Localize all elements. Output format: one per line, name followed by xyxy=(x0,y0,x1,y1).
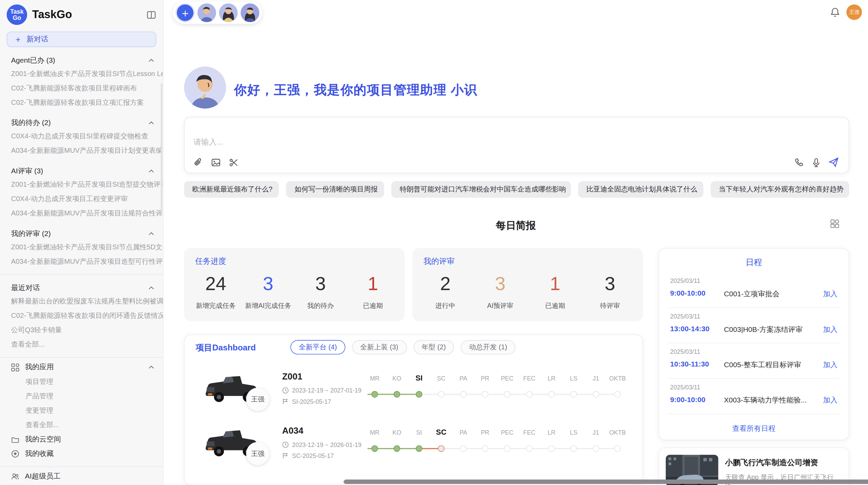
folder-icon xyxy=(11,435,19,443)
section-my-todo[interactable]: 我的待办 (2) xyxy=(11,117,163,129)
list-item[interactable]: C02-飞腾新能源轻客改款项目立项汇报方案 xyxy=(11,95,163,110)
list-item[interactable]: C02-飞腾新能源轻客改款项目里程碑画布 xyxy=(11,81,163,95)
flag-date: SC-2025-05-17 xyxy=(292,452,334,459)
list-item[interactable]: Z001-全新燃油轻卡产品开发项目SI节点属性5D文件评审 xyxy=(11,240,163,254)
add-agent-button[interactable]: ＋ xyxy=(176,3,195,22)
sidebar-item-favorites[interactable]: 我的收藏 xyxy=(11,446,163,461)
collapse-sidebar-icon[interactable] xyxy=(146,10,156,20)
agent-avatar-2[interactable] xyxy=(219,3,238,22)
agent-avatar-1[interactable] xyxy=(197,3,216,22)
suggestion-chip[interactable]: 欧洲新规最近颁布了什么? xyxy=(184,181,279,198)
horizontal-scrollbar[interactable] xyxy=(343,480,868,484)
project-flag: SI-2025-05-17 xyxy=(282,398,331,405)
join-link[interactable]: 加入 xyxy=(823,360,837,370)
sidebar-item-ai-super-staff[interactable]: AI超级员工 xyxy=(11,469,163,484)
list-item[interactable]: C0X4-动力总成开发项目工程变更评审 xyxy=(11,191,163,206)
scissors-icon[interactable] xyxy=(229,158,238,167)
list-item[interactable]: C0X4-动力总成开发项目SI里程碑提交物检查 xyxy=(11,129,163,144)
tab-new-body[interactable]: 全新上装 (3) xyxy=(352,340,407,355)
chat-input[interactable] xyxy=(193,137,692,154)
milestone-label: KO xyxy=(385,429,409,436)
sidebar-item-help-me-write[interactable]: 帮我写作 xyxy=(11,484,163,485)
suggestion-chips: 欧洲新规最近颁布了什么? 如何写一份清晰的项目周报 特朗普可能对进口汽车增税会对… xyxy=(184,181,849,198)
divider xyxy=(668,307,840,308)
view-all-link[interactable]: 查看全部... xyxy=(11,418,163,432)
join-link[interactable]: 加入 xyxy=(823,325,837,335)
project-row[interactable]: 王强 A034 2023-12-19 ~ 2026-01-19 SC-2025-… xyxy=(184,415,643,469)
stat-label: 进行中 xyxy=(418,301,473,311)
project-dates: 2023-12-19 ~ 2026-01-19 xyxy=(282,442,361,448)
attachment-icon[interactable] xyxy=(193,158,203,167)
chevron-up-icon[interactable] xyxy=(148,365,154,369)
milestone-label: PA xyxy=(451,429,475,436)
join-link[interactable]: 加入 xyxy=(823,395,837,405)
list-item[interactable]: A034-全新新能源MUV产品开发项目法规符合性评审 xyxy=(11,206,163,220)
chevron-up-icon[interactable] xyxy=(148,121,154,125)
stat-value: 1 xyxy=(347,269,399,298)
new-chat-button[interactable]: ＋ 新对话 xyxy=(7,32,156,47)
milestone-label: PEC xyxy=(495,375,519,382)
chevron-up-icon[interactable] xyxy=(148,59,154,62)
join-link[interactable]: 加入 xyxy=(823,289,837,299)
tab-powertrain-dev[interactable]: 动总开发 (1) xyxy=(461,340,516,355)
notification-bell-icon[interactable] xyxy=(830,7,840,17)
tab-model-year[interactable]: 年型 (2) xyxy=(413,340,454,355)
project-owner-badge: 王强 xyxy=(246,388,269,411)
project-code: A034 xyxy=(282,426,303,436)
stat: 3待评审 xyxy=(582,269,637,321)
chevron-up-icon[interactable] xyxy=(148,232,154,235)
stat-value: 1 xyxy=(528,269,582,298)
stat-label: 新增完成任务 xyxy=(190,301,242,311)
milestone-dot-done xyxy=(416,445,422,452)
logo-text-bottom: Go xyxy=(13,15,21,21)
list-item[interactable]: C02-飞腾新能源轻客改款项目的闭环通告反馈情况 xyxy=(11,309,163,323)
list-item[interactable]: A034-全新新能源MUV产品开发项目造型可行性评审 xyxy=(11,254,163,269)
milestone-dot xyxy=(570,445,577,452)
event-time: 9:00-10:00 xyxy=(670,289,706,297)
list-item[interactable]: 解释最新出台的欧盟报废车法规再生塑料比例被调至15%... xyxy=(11,294,163,309)
section-my-review[interactable]: 我的评审 (2) xyxy=(11,228,163,240)
image-icon[interactable] xyxy=(211,158,220,167)
list-item[interactable]: 公司Q3轻卡销量 xyxy=(11,323,163,337)
sidebar-scrollbar[interactable] xyxy=(161,83,162,216)
chevron-up-icon[interactable] xyxy=(148,286,154,290)
sidebar-item-project-mgmt[interactable]: 项目管理 xyxy=(11,374,163,389)
sidebar-item-cloud-space[interactable]: 我的云空间 xyxy=(11,432,163,446)
user-avatar[interactable]: 王强 xyxy=(846,4,862,20)
milestone-label: PR xyxy=(473,375,497,382)
milestone-dot xyxy=(482,391,488,398)
project-code: Z001 xyxy=(282,372,302,382)
event-time: 9:00-10:00 xyxy=(670,395,706,403)
milestone-dot xyxy=(526,391,532,398)
tab-all-new-platform[interactable]: 全新平台 (4) xyxy=(290,340,345,355)
send-icon[interactable] xyxy=(829,157,839,167)
sidebar-item-product-mgmt[interactable]: 产品管理 xyxy=(11,389,163,403)
event-name: X003-车辆动力学性能验... xyxy=(724,395,807,405)
event-name: C001-立项审批会 xyxy=(724,289,780,299)
section-recent-chats[interactable]: 最近对话 xyxy=(11,282,163,294)
list-item[interactable]: Z001-全新燃油轻卡产品开发项目SI造型提交物评审 xyxy=(11,177,163,191)
project-dates: 2023-12-19 ~ 2027-01-19 xyxy=(282,387,361,394)
milestone-dot xyxy=(614,445,621,452)
sidebar-item-change-mgmt[interactable]: 变更管理 xyxy=(11,403,163,418)
list-item[interactable]: A034-全新新能源MUV产品开发项目计划变更表编写 xyxy=(11,144,163,158)
stat: 1已逾期 xyxy=(347,269,399,321)
divider xyxy=(0,466,163,467)
agent-avatar-3[interactable] xyxy=(241,3,260,22)
project-row[interactable]: 王强 Z001 2023-12-19 ~ 2027-01-19 SI-2025-… xyxy=(184,361,643,415)
view-all-schedule-link[interactable]: 查看所有日程 xyxy=(659,424,848,434)
suggestion-chip[interactable]: 比亚迪全固态电池计划具体说了什么 xyxy=(578,181,703,198)
section-ai-review[interactable]: AI评审 (3) xyxy=(11,165,163,177)
suggestion-chip[interactable]: 特朗普可能对进口汽车增税会对中国车企造成哪些影响 xyxy=(391,181,571,198)
chevron-up-icon[interactable] xyxy=(148,170,154,173)
sidebar-item-my-apps[interactable]: 我的应用 xyxy=(11,360,163,374)
view-all-link[interactable]: 查看全部... xyxy=(11,337,163,352)
list-item[interactable]: Z001-全新燃油皮卡产品开发项目SI节点Lesson Learn报告 xyxy=(11,66,163,81)
section-agent-done[interactable]: Agent已办 (3) xyxy=(11,54,163,66)
microphone-icon[interactable] xyxy=(811,158,821,167)
layout-grid-icon[interactable] xyxy=(830,219,839,228)
suggestion-chip[interactable]: 如何写一份清晰的项目周报 xyxy=(286,181,384,198)
suggestion-chip[interactable]: 当下年轻人对汽车外观有怎样的喜好趋势 xyxy=(710,181,849,198)
sidebar-item-label: AI超级员工 xyxy=(25,471,154,481)
phone-icon[interactable] xyxy=(794,158,804,167)
